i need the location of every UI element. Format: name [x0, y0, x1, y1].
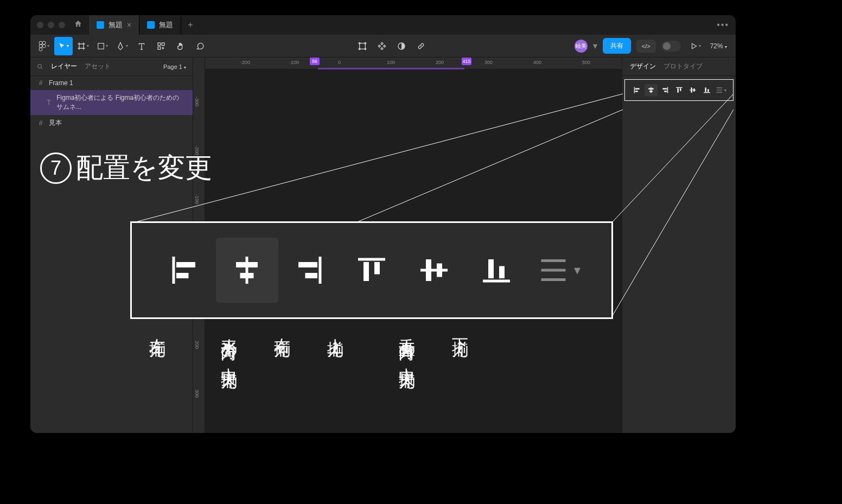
tab-2[interactable]: 無題 [139, 15, 181, 35]
svg-rect-29 [664, 91, 667, 92]
layers-tab[interactable]: レイヤー [51, 62, 77, 71]
svg-rect-22 [635, 88, 639, 90]
svg-point-15 [365, 42, 366, 44]
svg-point-0 [39, 41, 42, 44]
edit-object-icon[interactable] [353, 37, 372, 55]
layer-name: 見本 [49, 118, 62, 127]
align-bottom-button[interactable] [700, 84, 713, 96]
align-h-center-button[interactable] [645, 84, 658, 96]
page-select[interactable]: Page 1 ▾ [163, 63, 186, 70]
avatar[interactable]: 睦美 [575, 40, 588, 53]
selection-right-marker: 415 [462, 58, 471, 65]
svg-point-19 [38, 64, 42, 68]
min-dot[interactable] [48, 22, 54, 28]
svg-rect-34 [691, 87, 692, 92]
pen-tool-icon[interactable]: ▾ [113, 37, 131, 55]
align-label: 水平方向の中央揃え [205, 326, 240, 382]
align-labels-row: 左揃え水平方向の中央揃え右揃え上揃え垂直方向の中央揃え下揃え [152, 326, 471, 382]
align-zoom-panel: ▾ [130, 221, 613, 319]
text-tool-icon[interactable] [132, 37, 151, 55]
layer-row[interactable]: #見本 [30, 115, 193, 131]
hand-tool-icon[interactable] [171, 37, 190, 55]
comment-tool-icon[interactable] [191, 37, 209, 55]
svg-rect-57 [374, 262, 380, 275]
align-top-button[interactable] [673, 84, 686, 96]
align-label: 垂直方向の中央揃え [383, 326, 418, 382]
align-left-button[interactable] [630, 84, 643, 96]
tab-1[interactable]: 無題 × [89, 15, 139, 35]
align-v-center-button-large [403, 238, 465, 303]
close-dot[interactable] [37, 22, 43, 28]
svg-rect-35 [694, 88, 695, 92]
assets-tab[interactable]: アセット [85, 62, 111, 71]
svg-rect-32 [680, 88, 681, 91]
ruler-tick: -200 [240, 60, 250, 65]
design-tab[interactable]: デザイン [630, 62, 656, 71]
selection-left-marker: 86 [310, 58, 320, 65]
svg-point-2 [39, 44, 42, 48]
svg-point-16 [359, 48, 361, 50]
present-icon[interactable]: ▾ [686, 37, 705, 55]
svg-rect-54 [305, 273, 318, 278]
align-bottom-button-large [465, 238, 527, 303]
align-v-center-button[interactable] [686, 84, 699, 96]
align-right-button[interactable] [659, 84, 672, 96]
window-controls[interactable] [37, 22, 65, 28]
menu-dots-icon[interactable]: ••• [717, 20, 729, 30]
svg-rect-25 [648, 88, 653, 90]
align-panel: ▾ [624, 79, 733, 101]
align-label: 右揃え [277, 326, 293, 382]
share-button[interactable]: 共有 [603, 38, 631, 54]
ruler-tick: 300 [484, 60, 493, 65]
ruler-tick: 300 [194, 390, 200, 398]
ruler-horizontal: -200-100010020030040050060070080086415 [193, 58, 622, 69]
figma-file-icon [147, 21, 155, 29]
move-tool-icon[interactable]: ▾ [54, 37, 73, 55]
svg-point-1 [42, 41, 46, 44]
tab-label: 無題 [109, 20, 123, 30]
layer-name: Frame 1 [49, 79, 73, 87]
layer-row[interactable]: #Frame 1 [30, 76, 193, 90]
svg-rect-50 [236, 262, 258, 267]
dev-mode-button[interactable]: </> [636, 40, 656, 53]
max-dot[interactable] [59, 22, 65, 28]
tab-label: 無題 [159, 20, 173, 30]
zoom-level[interactable]: 72% ▾ [706, 42, 731, 50]
prototype-tab[interactable]: プロトタイプ [664, 62, 703, 71]
tab-close-icon[interactable]: × [127, 21, 131, 29]
figma-menu-icon[interactable]: ▾ [35, 37, 53, 55]
layer-row[interactable]: TFigma初心者による Figma初心者のための サムネ... [30, 90, 193, 115]
ruler-tick: 200 [436, 60, 444, 65]
annotation-title: 7 配置を変更 [40, 150, 212, 186]
svg-rect-26 [649, 91, 653, 92]
search-icon[interactable] [37, 63, 43, 70]
align-top-button-large [341, 238, 403, 303]
toolbar: ▾ ▾ ▾ ▾ ▾ [30, 35, 736, 58]
align-right-button-large [278, 238, 341, 303]
home-icon[interactable] [74, 20, 82, 30]
link-icon[interactable] [412, 37, 430, 55]
svg-line-20 [41, 67, 43, 69]
svg-rect-59 [426, 259, 431, 281]
svg-rect-53 [298, 262, 317, 267]
mask-icon[interactable] [392, 37, 411, 55]
svg-rect-38 [707, 89, 709, 92]
component-icon[interactable] [373, 37, 391, 55]
align-h-center-button-large [216, 238, 278, 303]
align-label: 左揃え [152, 326, 168, 382]
layer-type-icon: T [46, 99, 52, 106]
dev-toggle[interactable] [661, 41, 681, 52]
svg-rect-11 [162, 43, 164, 46]
svg-rect-10 [158, 43, 161, 46]
layer-type-icon: # [37, 79, 44, 87]
shape-tool-icon[interactable]: ▾ [93, 37, 112, 55]
svg-rect-47 [176, 262, 195, 267]
svg-point-14 [359, 42, 361, 44]
ruler-tick: 100 [387, 60, 395, 65]
step-number: 7 [40, 152, 72, 184]
distribute-button[interactable]: ▾ [715, 84, 728, 96]
svg-point-4 [39, 48, 42, 51]
resources-icon[interactable] [152, 37, 170, 55]
tab-add-button[interactable]: + [181, 20, 199, 30]
frame-tool-icon[interactable]: ▾ [74, 37, 92, 55]
